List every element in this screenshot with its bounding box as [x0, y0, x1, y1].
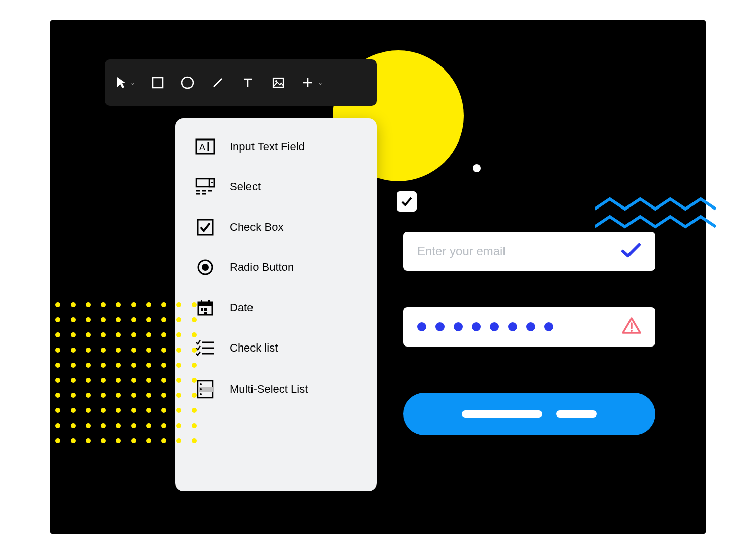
menu-item-multi-select-list[interactable]: Multi-Select List: [195, 379, 358, 399]
svg-rect-0: [153, 78, 163, 88]
svg-rect-15: [198, 220, 213, 235]
text-tool[interactable]: [241, 76, 255, 90]
checklist-icon: [195, 339, 216, 357]
svg-point-1: [182, 77, 193, 88]
ellipse-tool[interactable]: [180, 76, 195, 90]
menu-item-check-list[interactable]: Check list: [195, 339, 358, 357]
submit-button[interactable]: [403, 393, 655, 435]
select-icon: [195, 178, 216, 196]
slash-icon: [211, 76, 225, 90]
menu-item-label: Date: [230, 301, 253, 314]
line-tool[interactable]: [211, 76, 225, 90]
components-menu: A Input Text Field Select Check Box Radi…: [175, 118, 377, 491]
calendar-icon: [195, 299, 216, 317]
svg-rect-21: [208, 300, 210, 304]
password-field[interactable]: [403, 307, 655, 347]
add-tool[interactable]: ⌄: [301, 76, 323, 89]
menu-item-select[interactable]: Select: [195, 178, 358, 196]
svg-rect-22: [201, 308, 203, 311]
menu-item-radio-button[interactable]: Radio Button: [195, 258, 358, 276]
menu-item-date[interactable]: Date: [195, 299, 358, 317]
floating-checkbox[interactable]: [397, 191, 417, 212]
svg-point-17: [202, 264, 209, 271]
rectangle-tool[interactable]: [151, 76, 164, 89]
image-tool[interactable]: [271, 76, 285, 90]
password-mask: [417, 322, 553, 331]
checkbox-icon: [195, 218, 216, 236]
menu-item-label: Check list: [230, 341, 278, 355]
chevron-down-icon: ⌄: [130, 79, 135, 86]
canvas-stage: ⌄ ⌄ A Input Text Field: [50, 20, 706, 534]
svg-point-32: [200, 393, 202, 395]
chevron-down-icon: ⌄: [318, 79, 323, 86]
check-icon: [400, 195, 413, 208]
text-icon: [241, 76, 255, 90]
menu-item-label: Radio Button: [230, 261, 294, 274]
selection-tool[interactable]: ⌄: [116, 76, 135, 89]
plus-icon: [301, 76, 314, 89]
svg-rect-20: [201, 300, 202, 304]
svg-rect-24: [204, 312, 207, 314]
toolbar: ⌄ ⌄: [105, 59, 377, 106]
svg-rect-23: [204, 308, 207, 311]
svg-point-34: [631, 330, 633, 332]
menu-item-input-text-field[interactable]: A Input Text Field: [195, 137, 358, 156]
decorative-white-dot: [473, 164, 481, 172]
warning-icon: [622, 317, 641, 337]
pointer-icon: [116, 76, 127, 89]
button-label-segment: [556, 410, 597, 418]
circle-icon: [180, 76, 195, 90]
check-icon: [621, 242, 641, 260]
multi-select-icon: [195, 379, 216, 399]
menu-item-check-box[interactable]: Check Box: [195, 218, 358, 236]
menu-item-label: Check Box: [230, 221, 283, 234]
svg-point-30: [200, 383, 202, 385]
menu-item-label: Multi-Select List: [230, 383, 308, 396]
decorative-zigzag: [595, 196, 716, 237]
decorative-dot-grid: [55, 302, 197, 443]
text-field-icon: A: [195, 137, 216, 156]
svg-rect-19: [198, 302, 212, 306]
menu-item-label: Select: [230, 180, 261, 193]
image-icon: [271, 76, 285, 90]
svg-text:A: A: [199, 142, 205, 152]
email-field[interactable]: Enter your email: [403, 232, 655, 271]
radio-icon: [195, 258, 216, 276]
menu-item-label: Input Text Field: [230, 140, 305, 153]
email-placeholder: Enter your email: [417, 244, 506, 258]
svg-point-31: [200, 388, 202, 390]
square-icon: [151, 76, 164, 89]
svg-line-2: [214, 79, 222, 87]
button-label-segment: [462, 410, 542, 418]
